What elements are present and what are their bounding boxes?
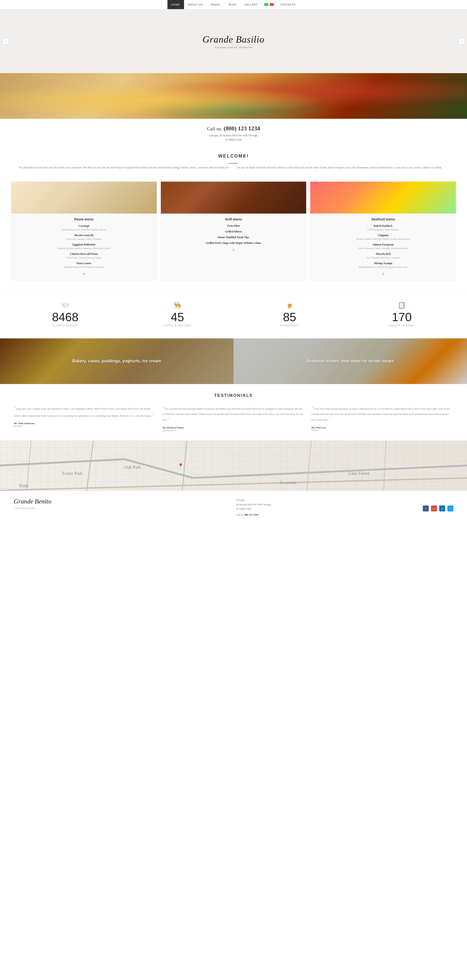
hero-subtitle: .Chicago Italian restaurant <box>203 46 264 49</box>
map-pin: 📍 <box>178 463 184 469</box>
facebook-icon[interactable]: f <box>423 506 429 511</box>
svg-line-7 <box>380 441 386 491</box>
svg-text:Lake Forest: Lake Forest <box>349 471 370 476</box>
promo-card-bakery[interactable]: Bakery, cakes, puddings, yoghurts, ice c… <box>0 339 234 384</box>
stat-beverages: 🍺 85 BEVERAGES <box>234 301 346 327</box>
bakery-overlay: Bakery, cakes, puddings, yoghurts, ice c… <box>0 339 234 384</box>
footer-address: Chicago,28 Jackson Blvd Ste 1020 Chicago… <box>236 498 414 517</box>
testimonial-columns: Long ago I got a chance to get my educat… <box>14 405 453 431</box>
dishes-number: 170 <box>346 311 458 323</box>
welcome-col-1: The atmosphere of real Italy rules the m… <box>18 165 230 170</box>
beverages-number: 85 <box>234 311 346 323</box>
menu-more-button[interactable]: ∨ <box>16 271 152 276</box>
stat-clients: 🍽 8468 CLIENTS SERVED <box>9 301 121 327</box>
menu-item: Shrimp Scampi Sauteed Shrimp and Summer … <box>315 262 451 269</box>
testimonial-2: It is currently the most favorite Italia… <box>162 405 304 431</box>
nav-flags <box>264 3 274 6</box>
map-roads: York Forest Park Oak Park CHICAGO Evanst… <box>0 441 467 491</box>
svg-text:York: York <box>19 483 29 488</box>
flag-green <box>264 3 268 6</box>
dishes-icon: 📋 <box>346 301 458 309</box>
pasta-menu-title: Pasta menu <box>16 217 152 221</box>
linkedin-icon[interactable]: in <box>439 506 445 511</box>
footer-phone-line: Call us: 800 123 1234 <box>236 512 414 517</box>
footer-social-icons: f g+ in t <box>423 506 453 511</box>
cooks-icon: 👨‍🍳 <box>121 301 234 309</box>
seafood-menu-title: Seafood menu <box>315 217 451 221</box>
clients-label: CLIENTS SERVED <box>9 324 121 327</box>
call-label: Call us: <box>207 126 222 132</box>
nav-pages[interactable]: PAGES <box>207 0 225 9</box>
menu-item: Pasta Louise Sauteed Chicken, Fresh Toma… <box>16 262 152 269</box>
testimonial-role-2: (photographer) <box>162 429 304 431</box>
footer-copyright: © 2016 | Privacy Policy <box>14 507 227 509</box>
testimonial-quote-1: Long ago I got a chance to get my educat… <box>14 405 156 418</box>
address-display: Chicago, 28 Jackson Blvd Ste 1020 Chicag… <box>5 133 462 142</box>
testimonial-author-3: Mr. Piter Cox <box>311 426 453 429</box>
svg-text:Oak Park: Oak Park <box>125 465 141 469</box>
promo-card-seasonal[interactable]: Seasonal dishes: new ideas for winter so… <box>234 339 467 384</box>
phone-display: Call us: (800) 123 1234 <box>5 125 462 132</box>
address-line2: IL 60604-2340 <box>225 138 242 141</box>
nav-home[interactable]: HOME <box>167 0 184 9</box>
hero-food-image <box>0 73 467 119</box>
svg-text:Evanston: Evanston <box>280 480 297 485</box>
menu-item: Eggplant Rollentini Poached Chicken, Spi… <box>16 243 152 250</box>
menu-item: Chicken Broccoli Penne Fresh Garlic, Cre… <box>16 252 152 259</box>
menu-item: Ricotta Gnocchi Broccolini, Sausage, Gar… <box>16 234 152 241</box>
beverages-icon: 🍺 <box>234 301 346 309</box>
nav-gallery[interactable]: GALLERY <box>241 0 262 9</box>
footer-logo: Grande Benito <box>14 498 227 505</box>
menu-item: Baked Haddock Grilled Asparagus, Yukon P… <box>315 224 451 231</box>
testimonial-quote-3: I will never stop visiting this place. I… <box>311 405 453 423</box>
svg-line-3 <box>75 441 94 491</box>
hero-prev-button[interactable]: ‹ <box>2 38 9 45</box>
grill-menu-body: Grill menu Twin Filets Grilled Ribeye Ho… <box>161 213 307 256</box>
promo-section: Bakery, cakes, puddings, yoghurts, ice c… <box>0 339 467 384</box>
menu-item: Salmon European Roma Tomatoes, Capers, M… <box>315 243 451 250</box>
bakery-title: Bakery, cakes, puddings, yoghurts, ice c… <box>72 358 161 364</box>
grill-menu-title: Grill menu <box>165 217 302 221</box>
svg-line-8 <box>0 459 125 465</box>
hero-section: ‹ Grande Basilio .Chicago Italian restau… <box>0 10 467 73</box>
clients-icon: 🍽 <box>9 301 121 309</box>
svg-line-10 <box>193 465 467 478</box>
menu-item: Cioppino Shrimp, Haddock, Mussels, Tomat… <box>315 234 451 241</box>
welcome-columns: The atmosphere of real Italy rules the m… <box>18 165 449 170</box>
menu-item: Mussels Red Spicy Sausage, Red Sauce, Li… <box>315 252 451 259</box>
testimonial-quote-2: It is currently the most favorite Italia… <box>162 405 304 423</box>
menu-card-pasta: Pasta menu Cavatapi Smoked Mozzarella, S… <box>11 181 157 280</box>
menu-item: Twin Filets <box>165 224 302 228</box>
menu-item: Cavatapi Smoked Mozzarella, Sun-Dried To… <box>16 224 152 231</box>
grill-menu-more-button[interactable]: ∨ <box>165 248 302 252</box>
welcome-col-2: We put our hearts and souls into every d… <box>237 165 449 170</box>
testimonial-author-2: Mr. Richard Nelson <box>162 426 304 429</box>
menu-cards-section: Pasta menu Cavatapi Smoked Mozzarella, S… <box>0 177 467 290</box>
google-plus-icon[interactable]: g+ <box>431 506 437 511</box>
cooks-label: COOKS & WAITERS <box>121 324 234 327</box>
testimonials-title: TESTIMONIALS <box>14 393 453 398</box>
svg-line-0 <box>0 478 467 490</box>
main-nav: HOME ABOUT US PAGES BLOG GALLERY CONTACT… <box>0 0 467 10</box>
nav-blog[interactable]: BLOG <box>225 0 241 9</box>
svg-text:Forest Park: Forest Park <box>62 471 82 476</box>
pasta-menu-image <box>11 181 157 213</box>
twitter-icon[interactable]: t <box>447 506 453 511</box>
seafood-menu-more-button[interactable]: ∨ <box>315 271 451 276</box>
footer-call-label: Call us: <box>236 513 244 516</box>
testimonial-author-1: Mr. John Anderson <box>14 422 156 425</box>
dishes-label: DISHES IN MENU <box>346 324 458 327</box>
welcome-divider <box>229 163 238 164</box>
copyright-text: © 2016 | Privacy Policy <box>14 507 35 509</box>
seasonal-overlay: Seasonal dishes: new ideas for winter so… <box>234 339 467 384</box>
footer-address-text: Chicago,28 Jackson Blvd Ste 1020 Chicago… <box>236 498 414 511</box>
nav-contacts[interactable]: CONTACTS <box>276 0 300 9</box>
nav-about[interactable]: ABOUT US <box>184 0 207 9</box>
testimonial-1: Long ago I got a chance to get my educat… <box>14 405 156 431</box>
beverages-label: BEVERAGES <box>234 324 346 327</box>
hero-content: Grande Basilio .Chicago Italian restaura… <box>203 34 264 49</box>
svg-line-5 <box>299 441 311 491</box>
flag-red <box>270 3 274 6</box>
footer-social-section: f g+ in t <box>423 498 453 511</box>
hero-next-button[interactable]: › <box>458 38 465 45</box>
